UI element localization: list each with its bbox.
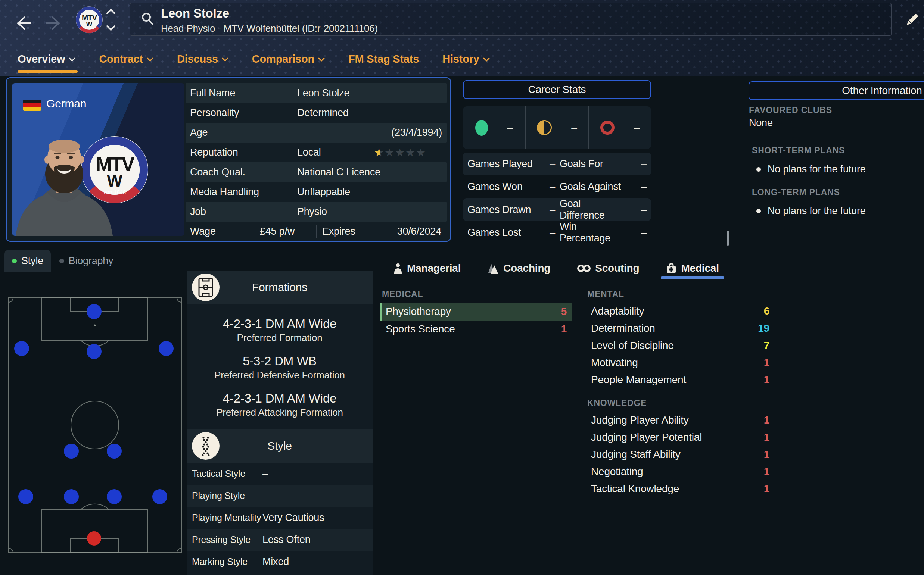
chevron-down-icon — [318, 57, 325, 62]
attr-row-tactical-knowledge[interactable]: Tactical Knowledge 1 — [585, 480, 775, 497]
style-label: Marking Style — [192, 556, 262, 567]
tab-overview[interactable]: Overview — [17, 47, 75, 71]
preferred-attacking-formation: 4-2-3-1 DM AM Wide Preferred Attacking F… — [187, 392, 372, 418]
expires-value: 30/6/2024 — [371, 226, 442, 237]
style-section-header: Style — [187, 429, 372, 463]
search-icon[interactable] — [140, 11, 155, 27]
edit-pencil-icon[interactable] — [903, 12, 920, 29]
back-arrow-icon[interactable] — [12, 13, 33, 33]
info-label: Reputation — [190, 147, 297, 158]
attr-row-sports-science[interactable]: Sports Science 1 — [380, 321, 572, 338]
club-motto: von 1848 — [85, 28, 94, 30]
attr-label: Tactical Knowledge — [591, 483, 679, 495]
attr-row-adaptability[interactable]: Adaptability 6 — [585, 303, 775, 320]
club-switcher[interactable] — [106, 8, 116, 31]
tab-discuss[interactable]: Discuss — [177, 47, 229, 71]
toggle-style[interactable]: Style — [5, 250, 51, 272]
club-crest[interactable]: MTV W von 1848 — [75, 6, 103, 33]
tab-history[interactable]: History — [442, 47, 490, 71]
attributes-panel: Managerial Coaching Scouting Medical — [377, 253, 924, 575]
wage-value: £45 p/w — [253, 226, 294, 237]
tab-label: Contract — [99, 53, 143, 65]
attr-row-negotiating[interactable]: Negotiating 1 — [585, 463, 775, 480]
scrollbar-thumb[interactable] — [727, 230, 729, 246]
attr-value: 1 — [764, 448, 770, 461]
attr-row-physiotherapy[interactable]: Physiotherapy 5 — [380, 303, 572, 321]
info-row-reputation: Reputation Local ★★★★★★ — [186, 143, 447, 162]
style-label: Playing Style — [192, 490, 262, 501]
stat-value: – — [533, 227, 555, 238]
bullet-icon — [756, 209, 761, 213]
tab-comparison[interactable]: Comparison — [252, 47, 325, 71]
style-label: Playing Mentality — [192, 512, 262, 523]
tab-fm-stag-stats[interactable]: FM Stag Stats — [348, 47, 419, 71]
career-summary-wins: – — [463, 106, 525, 149]
forward-arrow-icon[interactable] — [44, 13, 65, 33]
style-row-tactical: Tactical Style – — [187, 463, 372, 485]
short-term-plan-item: No plans for the future — [756, 164, 866, 175]
formations-panel: Formations 4-2-3-1 DM AM Wide Preferred … — [187, 271, 372, 575]
divider — [316, 225, 317, 238]
attr-row-people-management[interactable]: People Management 1 — [585, 371, 775, 388]
tab-coaching[interactable]: Coaching — [488, 262, 550, 274]
page-title: Leon Stolze — [161, 6, 229, 21]
stat-label: Games Lost — [468, 227, 533, 238]
style-value: Mixed — [262, 556, 289, 567]
info-value: National C Licence — [297, 167, 380, 178]
knowledge-section-header: KNOWLEDGE — [585, 398, 775, 408]
tab-medical[interactable]: Medical — [666, 262, 719, 274]
attr-label: Judging Staff Ability — [591, 448, 681, 461]
career-summary-row: – – – — [463, 106, 651, 149]
tab-contract[interactable]: Contract — [99, 47, 153, 71]
expires-label: Expires — [322, 226, 371, 237]
tab-label: Coaching — [503, 262, 550, 274]
formation-entries: 4-2-3-1 DM AM Wide Preferred Formation 5… — [187, 304, 372, 418]
fm-staff-overview-screen: MTV W von 1848 Leon Stolze Head Physio -… — [0, 0, 924, 575]
info-row-wage: Wage £45 p/w Expires 30/6/2024 — [186, 222, 447, 241]
favoured-clubs-value: None — [749, 117, 773, 129]
info-label: Full Name — [190, 87, 297, 99]
outfield-player-dots — [14, 304, 173, 504]
info-value[interactable]: Determined — [297, 107, 349, 119]
other-information-header-button[interactable]: Other Information — [749, 81, 924, 100]
attr-row-judging-staff-ability[interactable]: Judging Staff Ability 1 — [585, 446, 775, 463]
career-summary-draws: – — [525, 106, 588, 149]
tab-label: FM Stag Stats — [348, 53, 419, 65]
toggle-biography[interactable]: Biography — [51, 250, 122, 272]
career-stats-header-button[interactable]: Career Stats — [463, 80, 651, 99]
attr-value: 7 — [764, 340, 770, 351]
attr-row-judging-player-ability[interactable]: Judging Player Ability 1 — [585, 411, 775, 429]
stat-value: – — [628, 204, 647, 216]
career-stats-panel: Career Stats – – – Games Played – Goals … — [463, 80, 651, 246]
other-information-title: Other Information — [842, 85, 922, 97]
stat-value: – — [628, 158, 647, 170]
toggle-label: Biography — [69, 255, 113, 267]
info-label: Media Handling — [190, 186, 297, 198]
summary-value: – — [634, 122, 639, 133]
attr-label: Sports Science — [386, 323, 455, 335]
chevron-down-icon — [147, 57, 153, 62]
style-value: Less Often — [262, 534, 311, 545]
search-header[interactable]: Leon Stolze Head Physio - MTV Wolfenbütt… — [130, 3, 892, 36]
info-row-personality: Personality Determined — [186, 103, 447, 123]
stats-row: Games Lost – Win Percentage – — [463, 221, 651, 244]
attr-label: Determination — [591, 322, 655, 334]
preferred-defensive-formation: 5-3-2 DM WB Preferred Defensive Formatio… — [187, 354, 372, 381]
tab-managerial[interactable]: Managerial — [393, 262, 461, 274]
career-stats-title: Career Stats — [528, 84, 586, 95]
tab-scouting[interactable]: Scouting — [577, 262, 639, 274]
style-row-playing: Playing Style — [187, 485, 372, 507]
info-row-full-name: Full Name Leon Stolze — [186, 83, 447, 103]
plan-text: No plans for the future — [768, 205, 866, 217]
attr-value: 1 — [764, 357, 770, 369]
attr-row-level-of-discipline[interactable]: Level of Discipline 7 — [585, 337, 775, 354]
attr-row-motivating[interactable]: Motivating 1 — [585, 354, 775, 371]
attr-value: 6 — [764, 305, 770, 317]
style-row-mentality: Playing Mentality Very Cautious — [187, 507, 372, 529]
attr-row-determination[interactable]: Determination 19 — [585, 320, 775, 337]
mental-section-header: MENTAL — [585, 289, 775, 299]
info-value: Local — [297, 147, 321, 158]
info-label: Personality — [190, 107, 297, 119]
stats-row: Games Won – Goals Against – — [463, 175, 651, 198]
attr-row-judging-player-potential[interactable]: Judging Player Potential 1 — [585, 429, 775, 446]
